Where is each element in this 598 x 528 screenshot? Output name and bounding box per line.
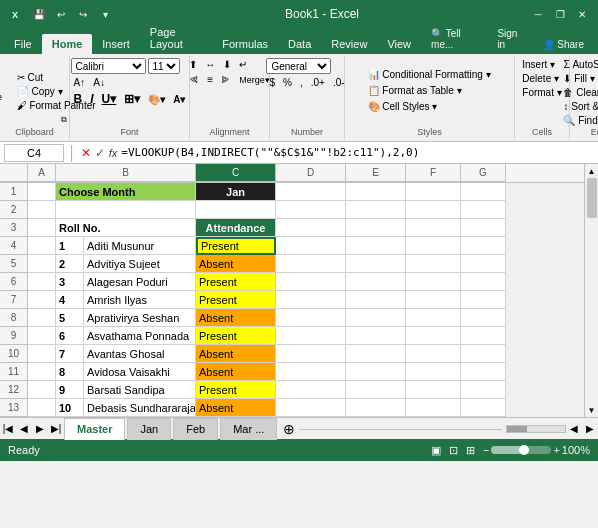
cell-E1[interactable] — [346, 183, 406, 201]
cell-D10[interactable] — [276, 345, 346, 363]
cell-D9[interactable] — [276, 327, 346, 345]
cell-C6[interactable]: Present — [196, 273, 276, 291]
cell-C7[interactable]: Present — [196, 291, 276, 309]
cell-B9-name[interactable]: Asvathama Ponnada — [84, 327, 196, 345]
qa-dropdown-btn[interactable]: ▾ — [96, 5, 114, 23]
col-header-F[interactable]: F — [406, 164, 461, 182]
cell-C13[interactable]: Absent — [196, 399, 276, 417]
cell-E6[interactable] — [346, 273, 406, 291]
cell-D11[interactable] — [276, 363, 346, 381]
cell-A3[interactable] — [28, 219, 56, 237]
currency-btn[interactable]: $ — [266, 76, 278, 89]
cell-B6-name[interactable]: Alagesan Poduri — [84, 273, 196, 291]
tab-file[interactable]: File — [4, 34, 42, 54]
cell-F10[interactable] — [406, 345, 461, 363]
autosum-btn[interactable]: Σ AutoSum ▾ — [560, 58, 598, 71]
cell-C11[interactable]: Absent — [196, 363, 276, 381]
clear-btn[interactable]: 🗑 Clear ▾ — [560, 86, 598, 99]
cell-A13[interactable] — [28, 399, 56, 417]
save-quick-btn[interactable]: 💾 — [30, 5, 48, 23]
percent-btn[interactable]: % — [280, 76, 295, 89]
cell-C10[interactable]: Absent — [196, 345, 276, 363]
cell-F2[interactable] — [406, 201, 461, 219]
cell-C8[interactable]: Absent — [196, 309, 276, 327]
align-right-btn[interactable]: ⫸ — [218, 73, 234, 86]
cell-D1[interactable] — [276, 183, 346, 201]
scroll-down-btn[interactable]: ▼ — [585, 403, 599, 417]
cell-G3[interactable] — [461, 219, 506, 237]
cell-B13-roll[interactable]: 10 — [56, 399, 84, 417]
cell-B4-name[interactable]: Aditi Musunur — [84, 237, 196, 255]
tab-nav-last-btn[interactable]: ▶| — [48, 421, 64, 437]
sheet-tab-master[interactable]: Master — [64, 418, 125, 440]
font-family-select[interactable]: Calibri — [71, 58, 146, 74]
number-format-select[interactable]: General — [266, 58, 331, 74]
cell-B5-roll[interactable]: 2 — [56, 255, 84, 273]
format-cells-btn[interactable]: Format ▾ — [519, 86, 564, 99]
cell-G13[interactable] — [461, 399, 506, 417]
cell-B7-name[interactable]: Amrish Ilyas — [84, 291, 196, 309]
wrap-text-btn[interactable]: ↵ — [236, 58, 250, 71]
clipboard-expand[interactable]: ⧉ — [61, 115, 67, 125]
tab-nav-prev-btn[interactable]: ◀ — [16, 421, 32, 437]
cell-B9-roll[interactable]: 6 — [56, 327, 84, 345]
underline-btn[interactable]: U▾ — [99, 91, 120, 107]
cell-F7[interactable] — [406, 291, 461, 309]
scroll-thumb[interactable] — [587, 178, 597, 218]
italic-btn[interactable]: I — [87, 91, 96, 107]
decrease-font-btn[interactable]: A↓ — [90, 76, 108, 89]
align-middle-btn[interactable]: ↔ — [202, 58, 218, 71]
cell-A1[interactable] — [28, 183, 56, 201]
restore-btn[interactable]: ❐ — [552, 6, 568, 22]
format-as-table-btn[interactable]: 📋 Format as Table ▾ — [364, 83, 465, 98]
cell-G5[interactable] — [461, 255, 506, 273]
cell-C12[interactable]: Present — [196, 381, 276, 399]
align-bottom-btn[interactable]: ⬇ — [220, 58, 234, 71]
sheet-tab-feb[interactable]: Feb — [173, 418, 218, 440]
tab-view[interactable]: View — [377, 34, 421, 54]
vertical-scrollbar[interactable]: ▲ ▼ — [584, 164, 598, 417]
cell-G9[interactable] — [461, 327, 506, 345]
cancel-formula-btn[interactable]: ✕ — [81, 146, 91, 160]
cell-E5[interactable] — [346, 255, 406, 273]
cell-B4-roll[interactable]: 1 — [56, 237, 84, 255]
zoom-out-btn[interactable]: − — [483, 444, 489, 456]
cell-F11[interactable] — [406, 363, 461, 381]
cell-B13-name[interactable]: Debasis Sundhararajan — [84, 399, 196, 417]
name-box[interactable] — [4, 144, 64, 162]
cell-D8[interactable] — [276, 309, 346, 327]
cell-A2[interactable] — [28, 201, 56, 219]
cell-D4[interactable] — [276, 237, 346, 255]
cell-E11[interactable] — [346, 363, 406, 381]
cell-C2[interactable] — [196, 201, 276, 219]
cell-B2[interactable] — [56, 201, 196, 219]
cell-E13[interactable] — [346, 399, 406, 417]
increase-decimal-btn[interactable]: .0+ — [308, 76, 328, 89]
font-size-select[interactable]: 11 — [148, 58, 180, 74]
cell-A7[interactable] — [28, 291, 56, 309]
view-normal-btn[interactable]: ▣ — [431, 444, 441, 457]
redo-quick-btn[interactable]: ↪ — [74, 5, 92, 23]
col-header-D[interactable]: D — [276, 164, 346, 182]
add-sheet-btn[interactable]: ⊕ — [279, 421, 299, 437]
cell-B3[interactable]: Roll No. — [56, 219, 196, 237]
cell-D7[interactable] — [276, 291, 346, 309]
cell-G11[interactable] — [461, 363, 506, 381]
cell-B8-name[interactable]: Aprativirya Seshan — [84, 309, 196, 327]
col-header-B[interactable]: B — [56, 164, 196, 182]
cell-B8-roll[interactable]: 5 — [56, 309, 84, 327]
bold-btn[interactable]: B — [71, 91, 86, 107]
cell-B7-roll[interactable]: 4 — [56, 291, 84, 309]
cell-A11[interactable] — [28, 363, 56, 381]
cell-E10[interactable] — [346, 345, 406, 363]
cell-F1[interactable] — [406, 183, 461, 201]
cell-B12-name[interactable]: Barsati Sandipa — [84, 381, 196, 399]
cell-F8[interactable] — [406, 309, 461, 327]
cell-G4[interactable] — [461, 237, 506, 255]
cell-G2[interactable] — [461, 201, 506, 219]
sheet-tab-mar[interactable]: Mar ... — [220, 418, 277, 440]
tab-page-layout[interactable]: Page Layout — [140, 22, 212, 54]
cell-G8[interactable] — [461, 309, 506, 327]
confirm-formula-btn[interactable]: ✓ — [95, 146, 105, 160]
cell-B10-roll[interactable]: 7 — [56, 345, 84, 363]
